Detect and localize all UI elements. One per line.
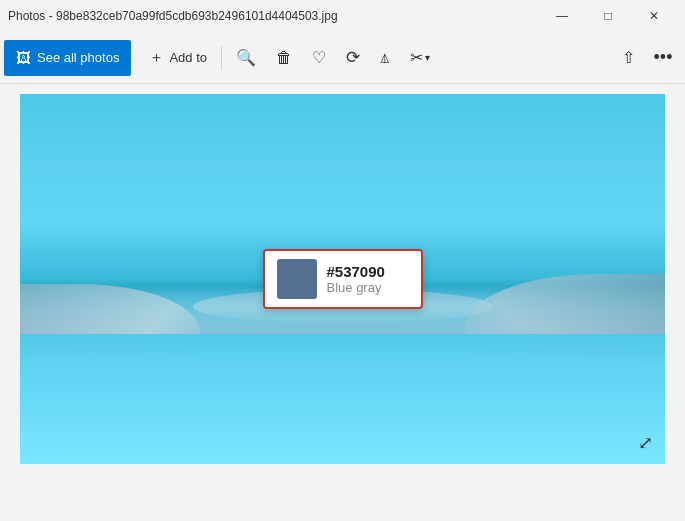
- photos-icon: 🖼: [16, 49, 31, 66]
- photo-background: #537090 Blue gray: [20, 94, 665, 464]
- share-icon: ⇧: [622, 48, 635, 67]
- edit-button[interactable]: ✂ ▾: [400, 40, 440, 76]
- water-reflection: [20, 334, 665, 464]
- crop-button[interactable]: ⍋: [370, 40, 400, 76]
- toolbar-divider-1: [221, 46, 222, 70]
- ellipsis-icon: •••: [654, 47, 673, 68]
- share-button[interactable]: ⇧: [612, 40, 645, 76]
- crop-icon: ⍋: [380, 49, 390, 67]
- minimize-button[interactable]: —: [539, 0, 585, 32]
- color-swatch: [277, 259, 317, 299]
- add-to-label: Add to: [169, 50, 207, 65]
- delete-button[interactable]: 🗑: [266, 40, 302, 76]
- title-bar-controls: — □ ✕: [539, 0, 677, 32]
- color-hex-value: #537090: [327, 263, 385, 280]
- add-icon: ＋: [149, 48, 164, 67]
- window-title: Photos - 98be832ceb70a99fd5cdb693b249610…: [8, 9, 338, 23]
- toolbar: 🖼 See all photos ＋ Add to 🔍 🗑 ♡ ⟳ ⍋ ✂ ▾ …: [0, 32, 685, 84]
- zoom-button[interactable]: 🔍: [226, 40, 266, 76]
- add-to-button[interactable]: ＋ Add to: [139, 40, 217, 76]
- maximize-button[interactable]: □: [585, 0, 631, 32]
- color-info: #537090 Blue gray: [327, 263, 385, 295]
- expand-button[interactable]: ⤢: [638, 434, 653, 452]
- delete-icon: 🗑: [276, 49, 292, 67]
- color-name-label: Blue gray: [327, 280, 385, 295]
- rotate-button[interactable]: ⟳: [336, 40, 370, 76]
- title-bar: Photos - 98be832ceb70a99fd5cdb693b249610…: [0, 0, 685, 32]
- rotate-icon: ⟳: [346, 47, 360, 68]
- see-all-photos-label: See all photos: [37, 50, 119, 65]
- more-options-button[interactable]: •••: [645, 40, 681, 76]
- expand-icon-symbol: ⤢: [638, 433, 653, 453]
- heart-icon: ♡: [312, 48, 326, 67]
- scissors-icon: ✂: [410, 48, 423, 67]
- photo-viewer: #537090 Blue gray ⤢: [20, 94, 665, 464]
- see-all-photos-button[interactable]: 🖼 See all photos: [4, 40, 131, 76]
- dropdown-chevron-icon: ▾: [425, 52, 430, 63]
- favorite-button[interactable]: ♡: [302, 40, 336, 76]
- color-tooltip: #537090 Blue gray: [263, 249, 423, 309]
- close-button[interactable]: ✕: [631, 0, 677, 32]
- zoom-icon: 🔍: [236, 48, 256, 67]
